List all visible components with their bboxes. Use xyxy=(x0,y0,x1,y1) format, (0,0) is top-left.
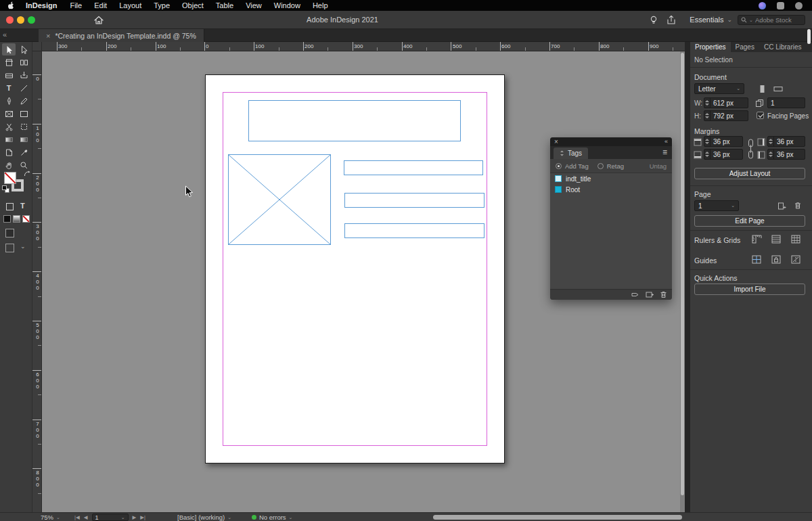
line-tool[interactable] xyxy=(17,82,30,94)
text-frame-3[interactable] xyxy=(344,223,484,238)
retag-label[interactable]: Retag xyxy=(607,162,624,170)
tags-autotag-icon[interactable] xyxy=(631,291,639,298)
zoom-tool[interactable] xyxy=(17,159,30,171)
menu-view[interactable]: View xyxy=(240,0,268,11)
tab-cc-libraries[interactable]: CC Libraries xyxy=(759,42,807,52)
last-page-button[interactable]: ▶| xyxy=(140,514,145,520)
tags-delete-icon[interactable] xyxy=(660,291,667,298)
previous-page-button[interactable]: ◀ xyxy=(84,514,88,520)
document-grid-button[interactable] xyxy=(789,233,803,244)
width-stepper[interactable] xyxy=(704,98,710,108)
page-number-select[interactable]: 1 ⌄ xyxy=(92,514,129,521)
facing-pages-checkbox[interactable] xyxy=(757,112,764,119)
pencil-tool[interactable] xyxy=(17,95,30,107)
margin-bottom-field[interactable]: 36 px xyxy=(704,149,743,160)
orientation-landscape-button[interactable] xyxy=(772,83,784,94)
note-tool[interactable] xyxy=(2,146,16,158)
formatting-affects-text-button[interactable]: T xyxy=(20,202,25,210)
add-tag-label[interactable]: Add Tag xyxy=(565,162,589,170)
ruler-origin-corner[interactable] xyxy=(32,42,42,51)
text-frame-1[interactable] xyxy=(344,160,483,175)
text-frame-2[interactable] xyxy=(344,193,484,208)
zoom-level-select[interactable]: 75% ⌄ xyxy=(41,513,60,521)
fill-swatch[interactable] xyxy=(4,172,16,184)
eyedropper-tool[interactable] xyxy=(17,146,30,158)
menu-file[interactable]: File xyxy=(64,0,88,11)
canvas-horizontal-scrollbar-thumb[interactable] xyxy=(433,515,682,520)
vertical-ruler[interactable]: 0 100 200 300 400 500 600 700 800 xyxy=(32,51,42,512)
screen-mode-button[interactable] xyxy=(5,244,14,252)
menu-type[interactable]: Type xyxy=(148,0,176,11)
apply-gradient-button[interactable] xyxy=(13,215,20,223)
tags-panel-menu-icon[interactable]: ≡ xyxy=(662,148,667,157)
pen-tool[interactable] xyxy=(2,95,16,107)
document-page[interactable] xyxy=(205,74,505,463)
gradient-feather-tool[interactable] xyxy=(17,133,30,145)
preflight-profile-select[interactable]: [Basic] (working) ⌄ xyxy=(177,513,231,521)
lock-guides-button[interactable] xyxy=(769,254,783,265)
retag-radio[interactable] xyxy=(597,163,604,169)
menu-object[interactable]: Object xyxy=(176,0,210,11)
delete-page-button[interactable] xyxy=(792,200,804,211)
hand-tool[interactable] xyxy=(2,159,16,171)
tab-properties[interactable]: Properties xyxy=(690,42,731,52)
margins-link-icon[interactable] xyxy=(747,137,754,160)
current-page-select[interactable]: 1 ⌄ xyxy=(694,200,739,211)
add-tag-radio[interactable] xyxy=(556,163,562,169)
tab-close-icon[interactable]: × xyxy=(46,32,50,40)
default-fill-swatch-icon[interactable] xyxy=(2,185,7,190)
menu-help[interactable]: Help xyxy=(307,0,334,11)
content-collector-tool[interactable] xyxy=(2,69,16,81)
baseline-grid-button[interactable] xyxy=(769,233,783,244)
dock-scrollbar-thumb[interactable] xyxy=(807,29,811,44)
gap-tool[interactable] xyxy=(17,56,30,68)
siri-icon[interactable] xyxy=(759,2,766,9)
scissors-tool[interactable] xyxy=(2,120,16,133)
collapse-chevrons-icon[interactable]: « xyxy=(3,30,7,39)
swap-fill-stroke-icon[interactable] xyxy=(24,171,30,177)
margin-right-field[interactable]: 36 px xyxy=(767,136,805,147)
width-field[interactable]: 612 px xyxy=(704,97,748,108)
show-rulers-button[interactable] xyxy=(750,233,763,244)
edit-page-button[interactable]: Edit Page xyxy=(694,215,805,227)
page-tool[interactable] xyxy=(2,56,16,68)
smart-guides-button[interactable] xyxy=(789,254,803,265)
apply-color-button[interactable] xyxy=(3,215,11,223)
menu-table[interactable]: Table xyxy=(210,0,240,11)
menu-edit[interactable]: Edit xyxy=(88,0,113,11)
rectangle-tool[interactable] xyxy=(17,108,30,120)
tags-new-tag-icon[interactable] xyxy=(646,291,654,298)
tags-panel-titlebar[interactable]: × « xyxy=(550,137,672,146)
canvas-vscroll-thumb[interactable] xyxy=(681,53,684,495)
next-page-button[interactable]: ▶ xyxy=(133,514,137,520)
tag-list-item[interactable]: Root xyxy=(550,184,672,195)
menu-layout[interactable]: Layout xyxy=(113,0,148,11)
apple-menu-icon[interactable] xyxy=(7,1,15,9)
adjust-layout-button[interactable]: Adjust Layout xyxy=(694,168,805,179)
view-options-button[interactable] xyxy=(5,229,14,237)
horizontal-ruler[interactable]: 300 200 100 0 100 200 300 400 500 600 70… xyxy=(42,42,685,51)
selection-tool[interactable] xyxy=(2,43,16,55)
share-icon[interactable] xyxy=(666,15,677,25)
orientation-portrait-button[interactable] xyxy=(757,83,768,94)
tags-panel-close-icon[interactable]: × xyxy=(554,137,558,146)
workspace-switcher[interactable]: Essentials ⌄ xyxy=(690,16,732,24)
height-stepper[interactable] xyxy=(704,111,710,120)
menu-indesign[interactable]: InDesign xyxy=(19,0,64,11)
first-page-button[interactable]: |◀ xyxy=(74,514,80,520)
free-transform-tool[interactable] xyxy=(17,120,30,133)
tab-pages[interactable]: Pages xyxy=(731,42,759,52)
canvas-vertical-scrollbar[interactable] xyxy=(680,51,685,512)
height-field[interactable]: 792 px xyxy=(704,110,748,121)
menu-window[interactable]: Window xyxy=(268,0,307,11)
add-page-button[interactable] xyxy=(775,200,788,211)
gradient-swatch-tool[interactable] xyxy=(2,133,16,145)
apply-none-button[interactable] xyxy=(22,215,30,223)
control-center-icon[interactable] xyxy=(777,2,784,9)
screen-mode-chevron-icon[interactable]: ⌄ xyxy=(20,243,26,250)
formatting-affects-container-button[interactable] xyxy=(6,203,14,210)
preflight-status[interactable]: No errors ⌄ xyxy=(252,513,292,521)
tags-panel-tab[interactable]: Tags xyxy=(554,148,588,159)
margin-top-field[interactable]: 36 px xyxy=(704,136,743,147)
untag-button[interactable]: Untag xyxy=(650,162,667,170)
